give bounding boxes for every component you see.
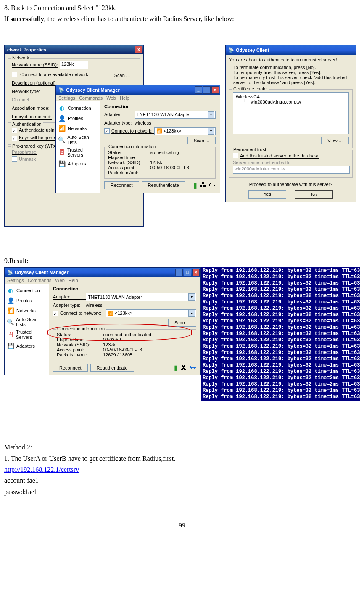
status-value: authenticating — [150, 150, 179, 155]
desc-label: Description (optional): — [12, 80, 57, 86]
status-icons: ▮ 🖧 🗝 — [193, 181, 216, 189]
any-network-label: Connect to any available network — [20, 72, 88, 77]
chevron-down-icon: ▾ — [208, 111, 214, 118]
adapter-select[interactable]: TNET1130 WLAN Adapter▾ — [86, 293, 196, 301]
menu-settings[interactable]: Settings — [7, 278, 24, 283]
sidebar-item-trusted[interactable]: 🗄Trusted Servers — [56, 146, 100, 159]
yes-button[interactable]: Yes — [248, 190, 286, 199]
ssid-input[interactable]: 123kk — [60, 61, 88, 69]
conn-info-group: Connection information Status:authentica… — [104, 147, 216, 179]
keys-checkbox[interactable] — [12, 136, 17, 141]
maximize-icon[interactable]: □ — [203, 86, 211, 94]
legend-conninfo: Connection information — [107, 144, 157, 149]
sidebar-item-connection[interactable]: ◐Connection — [56, 103, 100, 113]
connect-checkbox[interactable] — [53, 311, 58, 316]
sidebar-item-trusted[interactable]: 🗄Trusted Servers — [5, 328, 49, 341]
netprops-titlebar: etwork Properties X — [5, 45, 143, 54]
authenticate-checkbox[interactable] — [12, 128, 17, 133]
connection-icon: ◐ — [6, 287, 15, 294]
close-icon[interactable]: ✕ — [211, 86, 219, 94]
reconnect-button[interactable]: Reconnect — [53, 364, 88, 372]
adapters-icon: 💾 — [6, 342, 15, 350]
signal-icon: ▮ — [174, 364, 178, 372]
odyssey2-menu: Settings Commands Web Help — [5, 277, 200, 284]
scan-button[interactable]: Scan ... — [187, 137, 216, 144]
any-network-checkbox[interactable] — [12, 72, 17, 77]
scan-button[interactable]: Scan ... — [168, 319, 196, 327]
maximize-icon[interactable]: □ — [184, 269, 191, 276]
add-db-label: Add this trusted server to the database — [240, 153, 319, 159]
sidebar-item-connection[interactable]: ◐Connection — [5, 285, 49, 295]
passphrase-label: Passphrase: — [12, 149, 37, 155]
odyssey-result-window: 📡Odyssey Client Manager _ □ ✕ Settings C… — [4, 267, 201, 375]
legend-psk: Pre-shared key (WPA) — [11, 144, 59, 149]
ssid-label: Network (SSID): — [57, 342, 103, 347]
scan-button[interactable]: Scan ... — [108, 72, 136, 79]
menu-commands[interactable]: Commands — [79, 96, 103, 101]
reconnect-button[interactable]: Reconnect — [104, 181, 139, 189]
network-select[interactable]: 📶 <123kk>▾ — [106, 309, 196, 317]
menu-help[interactable]: Help — [69, 278, 78, 283]
dlg-line1: You are about to authenticate to an untr… — [229, 57, 353, 62]
no-button[interactable]: No — [295, 190, 333, 199]
menu-settings[interactable]: Settings — [58, 96, 75, 101]
odyssey2-sidebar: ◐Connection 👤Profiles 📶Networks 🔍Auto-Sc… — [5, 284, 49, 375]
sidebar-item-autoscan[interactable]: 🔍Auto-Scan Lists — [5, 316, 49, 328]
connection-heading: Connection — [53, 286, 196, 291]
odyssey-menu: Settings Commands Web Help — [56, 95, 220, 101]
profiles-icon: 👤 — [6, 297, 15, 304]
connection-icon: ◐ — [58, 104, 66, 112]
keys-label: Keys will be genera — [19, 135, 59, 141]
close-icon[interactable]: ✕ — [192, 269, 200, 276]
adapters-icon: 💾 — [58, 160, 66, 168]
dlg-title: Odyssey Client — [236, 48, 269, 53]
method2-passwd: passwd:fae1 — [4, 487, 360, 497]
step-8-success-text: If successfully, the wireless client has… — [4, 14, 360, 24]
sidebar-item-profiles[interactable]: 👤Profiles — [56, 113, 100, 123]
sidebar-item-adapters[interactable]: 💾Adapters — [5, 341, 49, 351]
trust-dialog-window: 📡Odyssey Client You are about to authent… — [225, 45, 356, 202]
status-label: Status: — [57, 332, 103, 337]
close-icon[interactable]: X — [135, 46, 142, 53]
minimize-icon[interactable]: _ — [175, 269, 183, 276]
connection-heading: Connection — [104, 104, 216, 109]
unmask-checkbox — [12, 156, 17, 162]
ssid-value: 123kk — [103, 342, 115, 347]
atype-label: Adapter type: — [53, 303, 86, 308]
end-with-input: win2000adv.intra.com.tw — [233, 166, 350, 174]
connect-checkbox[interactable] — [104, 128, 110, 134]
sidebar-item-autoscan[interactable]: 🔍Auto-Scan Lists — [56, 133, 100, 146]
status-value: open and authenticated — [103, 332, 151, 337]
method2-step1: 1. The UserA or UserB have to get certif… — [4, 454, 360, 463]
reauth-button[interactable]: Reauthenticate — [90, 364, 134, 372]
sidebar-item-adapters[interactable]: 💾Adapters — [56, 159, 100, 169]
step-8-text: 8. Back to Connection and Select "123kk. — [4, 3, 360, 13]
odyssey-titlebar: 📡Odyssey Client Manager _ □ ✕ — [56, 85, 220, 95]
view-button[interactable]: View ... — [321, 137, 349, 144]
reauth-button[interactable]: Reauthenticate — [142, 181, 185, 189]
network-select[interactable]: 📶 <123kk>▾ — [154, 127, 216, 135]
sidebar-item-networks[interactable]: 📶Networks — [5, 306, 49, 316]
menu-web[interactable]: Web — [106, 96, 116, 101]
sidebar-item-profiles[interactable]: 👤Profiles — [5, 295, 49, 306]
assoc-label: Association mode: — [12, 106, 50, 111]
netprops-title: etwork Properties — [7, 47, 46, 52]
ssid-label: Network name (SSID): — [12, 62, 58, 68]
sidebar-item-networks[interactable]: 📶Networks — [56, 123, 100, 133]
add-db-checkbox[interactable] — [233, 153, 238, 158]
menu-web[interactable]: Web — [55, 278, 64, 283]
atype-value: wireless — [135, 120, 151, 125]
chevron-down-icon: ▾ — [188, 310, 195, 317]
adapter-select[interactable]: TNET1130 WLAN Adapter▾ — [135, 111, 216, 119]
perm-trust-group: Permanent trust Add this trusted server … — [229, 150, 353, 178]
certsrv-link[interactable]: http://192.168.122.1/certsrv — [4, 466, 79, 473]
cert-chain-group: Certificate chain: WirelessCA └─ win2000… — [229, 89, 353, 148]
dlg-titlebar: 📡Odyssey Client — [226, 45, 356, 55]
signal-icon: 📶 — [156, 128, 162, 133]
ssid-value: 123kk — [150, 160, 162, 165]
minimize-icon[interactable]: _ — [195, 86, 202, 94]
menu-commands[interactable]: Commands — [28, 278, 51, 283]
profiles-icon: 👤 — [58, 114, 66, 122]
cert-tree[interactable]: WirelessCA └─ win2000adv.intra.com.tw — [233, 92, 349, 134]
menu-help[interactable]: Help — [120, 96, 129, 101]
